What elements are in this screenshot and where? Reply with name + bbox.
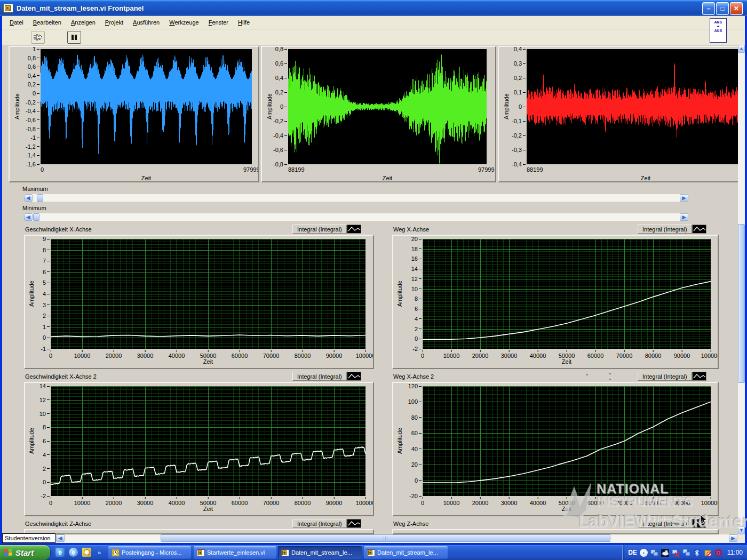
plot-legend[interactable]: Integral (Integral) — [292, 371, 361, 381]
x-axis-label: Zeit — [51, 506, 365, 512]
maximum-slider-thumb[interactable] — [37, 194, 43, 202]
y-tick: 5 — [43, 279, 50, 286]
scroll-right-icon[interactable]: ▶ — [729, 534, 737, 542]
quicklaunch-outlook-icon[interactable] — [82, 548, 91, 557]
y-tick: 0 — [33, 90, 39, 97]
y-tick: 18 — [411, 246, 422, 252]
connector-pane-icon: ANS+AUS — [710, 18, 727, 43]
y-tick: 0,2 — [28, 81, 39, 87]
waveform-plot — [288, 49, 487, 164]
run-button[interactable] — [31, 31, 45, 44]
x-axis-start: 88199 — [288, 166, 305, 173]
y-tick: 0 — [415, 477, 422, 484]
taskbar-task-3[interactable]: Daten_mit_stream_le... — [364, 546, 448, 559]
scroll-down-icon[interactable]: ▼ — [738, 526, 745, 534]
menu-item-datei[interactable]: Datei — [5, 18, 28, 27]
y-tick: 7 — [43, 258, 50, 264]
y-tick: 4 — [43, 291, 50, 297]
minimum-slider-thumb[interactable] — [33, 213, 39, 221]
daemon-tools-icon[interactable] — [714, 549, 722, 557]
y-tick: 10 — [39, 411, 50, 417]
network-connection-icon[interactable] — [682, 549, 690, 557]
y-tick: 12 — [411, 276, 422, 282]
network-disconnected-icon[interactable] — [672, 549, 680, 557]
system-tray: DE ‹ 11:00 — [622, 545, 747, 560]
language-indicator[interactable]: DE — [628, 549, 637, 556]
y-tick: -0,2 — [512, 132, 526, 139]
x-tick: 20000 — [472, 350, 489, 359]
vertical-scrollbar-thumb[interactable] — [738, 224, 745, 383]
plot-style-icon — [692, 519, 706, 528]
x-tick: 50000 — [559, 497, 575, 506]
x-tick: 50000 — [559, 350, 575, 359]
slider-right-arrow-icon[interactable]: ▶ — [680, 213, 688, 221]
menu-item-fenster[interactable]: Fenster — [204, 18, 233, 27]
x-tick: 30000 — [137, 497, 154, 506]
plot-legend[interactable]: Integral (Integral) — [638, 518, 706, 529]
network-icon[interactable] — [650, 549, 658, 557]
slider-left-arrow-icon[interactable]: ◀ — [24, 194, 33, 202]
x-tick: 70000 — [263, 497, 280, 506]
quicklaunch-browser-icon[interactable]: e — [69, 548, 78, 557]
quicklaunch-ie-icon[interactable]: e — [55, 548, 65, 557]
y-tick: 6 — [43, 438, 50, 444]
volume-blocked-icon[interactable] — [704, 549, 712, 557]
horizontal-scrollbar-thumb[interactable] — [161, 534, 610, 542]
vertical-scrollbar[interactable]: ▲ ▼ — [738, 45, 745, 534]
bluetooth-icon[interactable] — [693, 549, 701, 557]
menu-item-bearbeiten[interactable]: Bearbeiten — [29, 18, 66, 27]
menu-item-projekt[interactable]: Projekt — [101, 18, 128, 27]
minimum-slider[interactable]: ◀ ▶ — [23, 213, 689, 221]
graph-title: Geschwindigkeit X-Achse — [25, 226, 92, 233]
waveform-graph-2: Amplitude0,80,60,40,20-0,2-0,4-0,6-0,888… — [261, 46, 496, 182]
plot-legend[interactable]: Integral (Integral) — [292, 518, 361, 529]
clock[interactable]: 11:00 — [727, 549, 743, 556]
graph-title: Geschwindigkeit Z-Achse — [25, 521, 91, 527]
pause-icon — [71, 34, 77, 41]
panel-dot — [609, 379, 611, 380]
plot-legend[interactable]: Integral (Integral) — [638, 224, 706, 234]
taskbar-task-1[interactable]: Startwerte_einlesen.vi — [194, 546, 276, 559]
y-tick: 0,8 — [28, 55, 39, 61]
x-axis-label: Zeit — [41, 175, 252, 181]
hide-icons-chevron-icon[interactable]: ‹ — [640, 549, 648, 557]
scroll-up-icon[interactable]: ▲ — [738, 45, 745, 53]
menu-item-hilfe[interactable]: Hilfe — [234, 18, 254, 27]
menu-item-anzeigen[interactable]: Anzeigen — [67, 18, 100, 27]
run-arrow-icon — [33, 34, 43, 41]
close-button[interactable]: ✕ — [730, 2, 743, 15]
taskbar-task-0[interactable]: Posteingang - Micros... — [108, 546, 191, 559]
status-row: Studentenversion ◀ ▶ — [2, 534, 745, 543]
horizontal-scrollbar[interactable] — [65, 534, 729, 543]
graph-title: Weg Z-Achse — [393, 521, 428, 527]
x-axis-start: 88199 — [527, 166, 543, 173]
y-tick: -0,2 — [26, 99, 39, 106]
minimize-button[interactable]: – — [702, 2, 715, 15]
weather-icon[interactable] — [661, 549, 669, 557]
start-button[interactable]: Start — [0, 545, 50, 560]
xy-plot — [51, 386, 365, 496]
x-axis-label: Zeit — [51, 358, 365, 365]
x-tick: 70000 — [263, 350, 280, 359]
quicklaunch-overflow-chevron-icon[interactable]: » — [96, 548, 102, 557]
y-tick: -1,2 — [26, 143, 39, 150]
slider-left-arrow-icon[interactable]: ◀ — [24, 213, 33, 221]
x-axis-label: Zeit — [288, 175, 487, 181]
maximum-slider[interactable]: ◀ ▶ — [23, 194, 689, 202]
menu-item-ausfhren[interactable]: Ausführen — [129, 18, 164, 27]
slider-right-arrow-icon[interactable]: ▶ — [680, 194, 688, 202]
xy-graph-weg-x2: Amplitude120100806040200-200100002000030… — [392, 382, 719, 516]
plot-legend[interactable]: Integral (Integral) — [638, 371, 706, 381]
x-tick: 0 — [49, 350, 52, 359]
pause-button[interactable] — [67, 31, 81, 44]
panel-dot — [586, 374, 588, 375]
menu-item-werkzeuge[interactable]: Werkzeuge — [165, 18, 203, 27]
plot-legend[interactable]: Integral (Integral) — [292, 224, 361, 234]
title-bar[interactable]: Daten_mit_stream_lesen.vi Frontpanel – □… — [0, 0, 747, 16]
y-tick: -0,3 — [512, 147, 526, 153]
scroll-left-icon[interactable]: ◀ — [56, 534, 65, 542]
taskbar-task-2[interactable]: Daten_mit_stream_le... — [278, 546, 362, 559]
x-tick: 20000 — [472, 497, 489, 506]
maximize-button[interactable]: □ — [716, 2, 729, 15]
resize-corner — [738, 534, 745, 543]
